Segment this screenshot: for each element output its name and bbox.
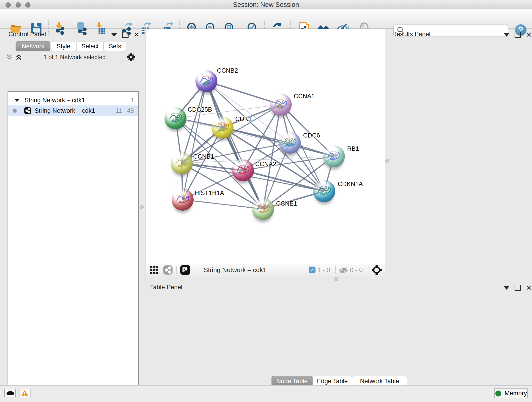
control-panel-tabs: Network Style Select Sets	[16, 41, 127, 51]
node-gloss	[317, 182, 331, 188]
birdseye-view-icon[interactable]	[180, 265, 190, 275]
status-bar: Memory	[0, 385, 532, 402]
collapse-all-networks-icon[interactable]	[5, 53, 13, 61]
node-gloss	[274, 95, 287, 102]
network-edge[interactable]	[183, 81, 206, 200]
node-label-ccnb2: CCNB2	[217, 67, 238, 74]
node-label-ccna2: CCNA2	[255, 161, 276, 168]
node-gloss	[236, 161, 249, 167]
memory-button[interactable]: Memory	[494, 389, 528, 398]
network-node-ccna1[interactable]	[270, 94, 292, 115]
network-canvas[interactable]: CCNB2CCNA1CDC25BCDK1CDC6RB1CCNB1CCNA2CDK…	[145, 29, 385, 264]
tab-select[interactable]: Select	[76, 41, 104, 51]
warnings-button[interactable]	[19, 389, 31, 397]
table-panel-tabs: Node Table Edge Table Network Table	[272, 376, 407, 386]
main-toolbar: ?	[0, 9, 532, 29]
network-node-rb1[interactable]	[323, 145, 345, 167]
float-panel-icon[interactable]	[515, 285, 521, 291]
node-label-cdc25b: CDC25B	[188, 106, 212, 113]
control-panel: Control Panel ✕ Network Style Select Set…	[2, 29, 140, 385]
network-selection-status: 1 of 1 Network selected	[23, 54, 127, 61]
float-panel-icon[interactable]	[122, 32, 128, 38]
cloud-icon	[6, 390, 14, 396]
close-panel-icon[interactable]: ✕	[133, 32, 139, 37]
selected-counter: 1 - 0	[317, 266, 330, 274]
network-node-ccne1[interactable]	[252, 198, 274, 220]
network-share-icon[interactable]	[163, 265, 173, 275]
results-panel-title: Results Panel	[392, 31, 431, 38]
panel-menu-icon[interactable]	[504, 33, 510, 37]
panel-menu-icon[interactable]	[111, 33, 117, 37]
network-node-cdk1[interactable]	[211, 116, 234, 138]
network-node-ccnb2[interactable]	[196, 70, 217, 92]
node-label-ccna1: CCNA1	[294, 93, 315, 100]
grid-view-icon[interactable]	[149, 265, 159, 275]
network-node-cdkn1a[interactable]	[313, 180, 335, 202]
node-label-ccne1: CCNE1	[276, 200, 297, 207]
node-gloss	[327, 147, 340, 153]
network-collection-row[interactable]: String Network – cdk1 1	[8, 95, 138, 105]
node-label-hist1h1a: HIST1H1A	[195, 190, 224, 197]
expand-all-networks-icon[interactable]	[15, 53, 23, 61]
title-bar: Session: New Session	[0, 0, 532, 9]
memory-label: Memory	[505, 390, 527, 397]
table-panel-title: Table Panel	[150, 284, 182, 291]
selected-nodes-checkbox[interactable]: ✓	[309, 267, 316, 274]
network-node-cdc6[interactable]	[279, 132, 301, 154]
network-row-selected[interactable]: String Network – cdk1 11 48	[8, 105, 138, 116]
window-title: Session: New Session	[0, 0, 532, 9]
node-label-cdkn1a: CDKN1A	[338, 181, 363, 188]
control-panel-title: Control Panel	[8, 31, 46, 38]
node-gloss	[256, 199, 269, 206]
network-view-toolbar: String Network – cdk1 ✓ 1 - 0 0 - 0	[145, 264, 385, 276]
panel-menu-icon[interactable]	[504, 286, 510, 290]
left-splitter-handle[interactable]	[140, 205, 144, 209]
collection-expand-icon[interactable]	[13, 97, 20, 103]
results-panel: Results Panel ✕ String Expand All Collap…	[389, 29, 532, 281]
network-node-hist1h1a[interactable]	[172, 189, 194, 211]
table-panel: Table Panel ✕ f(x)	[145, 282, 532, 385]
hidden-counter: 0 - 0	[350, 266, 363, 274]
float-panel-icon[interactable]	[515, 32, 521, 38]
tab-network-table[interactable]: Network Table	[352, 376, 407, 386]
tab-edge-table[interactable]: Edge Table	[312, 376, 352, 386]
tab-node-table[interactable]: Node Table	[272, 376, 312, 386]
string-network-icon	[24, 107, 32, 114]
tab-style[interactable]: Style	[51, 41, 76, 51]
node-label-cdc6: CDC6	[303, 132, 320, 139]
node-gloss	[283, 133, 296, 140]
bottom-splitter-handle[interactable]	[335, 277, 338, 281]
node-gloss	[215, 118, 229, 125]
tab-network[interactable]: Network	[16, 41, 51, 51]
close-panel-icon[interactable]: ✕	[526, 285, 532, 290]
network-status-dot	[13, 109, 17, 113]
cloud-status-button[interactable]	[4, 389, 16, 397]
network-node-ccna2[interactable]	[232, 159, 254, 181]
network-edge-count: 48	[127, 107, 134, 114]
network-options-gear-icon[interactable]	[127, 52, 136, 62]
close-panel-icon[interactable]: ✕	[526, 32, 532, 37]
network-node-count: 11	[115, 107, 122, 114]
fit-selected-crosshair-icon[interactable]	[371, 265, 382, 275]
right-splitter-handle[interactable]	[385, 159, 389, 163]
node-gloss	[175, 153, 188, 160]
cytoscape-window: Session: New Session	[0, 0, 532, 402]
network-view-title: String Network – cdk1	[204, 266, 266, 274]
network-edge[interactable]	[183, 200, 263, 209]
node-gloss	[169, 109, 182, 115]
warning-icon	[21, 390, 29, 396]
node-label-cdk1: CDK1	[235, 115, 252, 123]
collection-label: String Network – cdk1	[25, 97, 85, 104]
node-label-ccnb1: CCNB1	[193, 153, 214, 160]
collection-count: 1	[131, 97, 134, 104]
hidden-elements-eye-icon[interactable]	[339, 266, 348, 274]
node-gloss	[176, 190, 189, 197]
tab-sets[interactable]: Sets	[104, 41, 126, 51]
node-label-rb1: RB1	[347, 145, 359, 153]
network-node-ccnb1[interactable]	[171, 152, 193, 174]
memory-status-dot	[495, 390, 501, 396]
node-gloss	[200, 71, 213, 78]
network-node-cdc25b[interactable]	[165, 107, 186, 129]
network-label: String Network – cdk1	[35, 107, 95, 114]
network-tree: String Network – cdk1 1 String Network –…	[7, 91, 139, 402]
